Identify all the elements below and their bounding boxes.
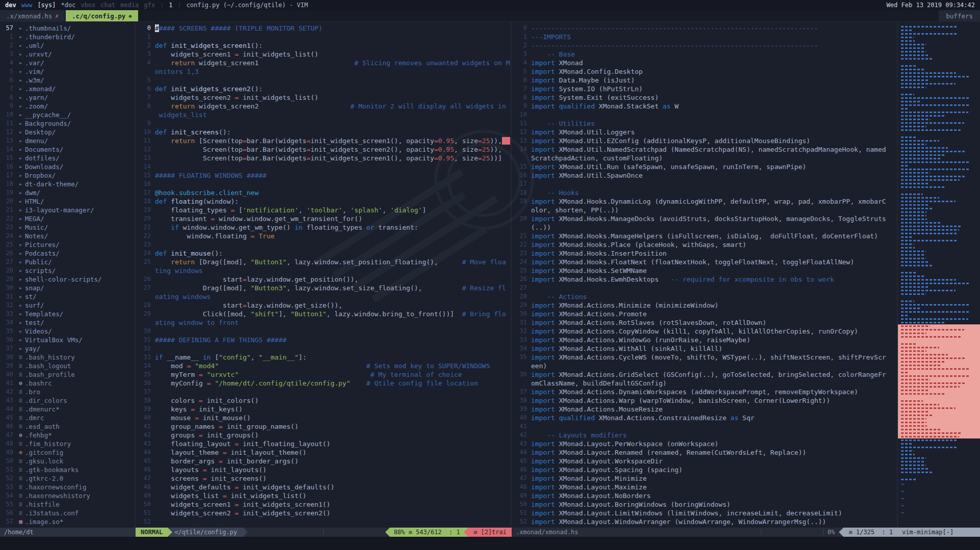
tree-item[interactable]: 18▸dt-dark-theme/ <box>0 180 135 188</box>
workspace-gfx[interactable]: gfx <box>144 2 155 9</box>
workspace-dev[interactable]: dev <box>5 2 16 9</box>
tree-item[interactable]: 46≣.esd_auth <box>0 422 135 431</box>
line-number: 9 <box>0 102 16 111</box>
tree-item[interactable]: 6▸.w3m/ <box>0 76 135 85</box>
buffer-tab--x-xmonad-hs[interactable]: .x/xmonad.hs✗ <box>0 10 65 21</box>
code-text: import System.Exit (exitSuccess) <box>531 93 897 102</box>
encoding-label: utf-8ϟ <box>324 528 385 537</box>
tree-item[interactable]: 20▸HTML/ <box>0 197 135 206</box>
tree-item[interactable]: 31▸st/ <box>0 292 135 301</box>
tree-item-label: .gtk-bookmarks <box>25 465 78 474</box>
minimap-row <box>898 242 980 246</box>
minimap-row <box>898 143 980 146</box>
tree-item[interactable]: 21▸i3-layout-manager/ <box>0 206 135 214</box>
tree-item[interactable]: 30▸snap/ <box>0 284 135 292</box>
workspace-www[interactable]: www <box>21 2 33 9</box>
tree-item[interactable]: 14▸Documents/ <box>0 145 135 154</box>
workspace-vbox[interactable]: vbox <box>81 2 95 9</box>
line-number: 9 <box>136 119 155 128</box>
tree-item[interactable]: 53≣.haxornewsconfig <box>0 483 135 491</box>
tree-item[interactable]: 52≣.gtkrc-2.0 <box>0 474 135 483</box>
tree-item[interactable]: 35▸Videos/ <box>0 327 135 336</box>
nerdtree-pane[interactable]: 57▸.thumbnails/1▸.thunderbird/2▸.uml/3▸.… <box>0 22 135 528</box>
tree-item-label: .thumbnails/ <box>25 24 71 33</box>
minimap-row <box>898 232 980 235</box>
minimap-viewport-row <box>898 353 980 356</box>
editor-config-py[interactable]: 0##### SCREENS ##### (TRIPLE MONITOR SET… <box>136 22 511 528</box>
tree-item[interactable]: 36▸VirtualBox VMs/ <box>0 336 135 344</box>
workspace-sys[interactable]: [sys] <box>37 2 56 9</box>
minimap-pane[interactable]: ~~~~~ <box>898 22 980 528</box>
tree-item[interactable]: 49⊕.gitconfig <box>0 448 135 457</box>
line-number: 45 <box>0 414 16 422</box>
tree-item[interactable]: 48≣.fim_history <box>0 439 135 448</box>
tree-item[interactable]: 41⊙.bashrc <box>0 379 135 388</box>
tree-item[interactable]: 43≣.dir_colors <box>0 396 135 405</box>
tree-item[interactable]: 26▸Podcasts/ <box>0 249 135 258</box>
tree-item[interactable]: 42≣.bro <box>0 388 135 396</box>
tree-item[interactable]: 37▸yay/ <box>0 344 135 353</box>
tree-item[interactable]: 56≣.i3status.conf <box>0 509 135 517</box>
tree-item[interactable]: 5▸.vim/ <box>0 67 135 76</box>
editor-xmonad-hs[interactable]: 0---------------------------------------… <box>512 22 897 528</box>
tree-item[interactable]: 13▸dmenu/ <box>0 136 135 145</box>
tree-item[interactable]: 10▸__pycache__/ <box>0 111 135 119</box>
tree-item[interactable]: 45≣.dmrc <box>0 414 135 422</box>
tree-item[interactable]: 54≣.haxornewshistory <box>0 491 135 500</box>
workspace-chat[interactable]: chat <box>100 2 115 9</box>
tree-item[interactable]: 23▸Music/ <box>0 223 135 232</box>
tree-item[interactable]: 57▦.image.so* <box>0 517 135 526</box>
tree-item[interactable]: 27▸Public/ <box>0 258 135 266</box>
tree-item[interactable]: 1▸.thunderbird/ <box>0 33 135 41</box>
minimap-row <box>898 146 980 150</box>
tree-item[interactable]: 44≣.dmenurc* <box>0 405 135 414</box>
line-number: 43 <box>512 439 531 448</box>
code-text: import XMonad.Hooks.EwmhDesktops -- requ… <box>531 275 897 284</box>
minimap-row <box>898 160 980 164</box>
tree-item[interactable]: 47⊙.fehbg* <box>0 431 135 439</box>
code-line: 41 group_names = init_group_names() <box>136 422 511 431</box>
tree-item[interactable]: 51≣.gtk-bookmarks <box>0 465 135 474</box>
tree-item[interactable]: 16▸Downloads/ <box>0 162 135 171</box>
tree-item[interactable]: 28▸scripts/ <box>0 266 135 275</box>
line-number <box>136 111 155 119</box>
workspace-doc[interactable]: *doc <box>61 2 76 9</box>
tree-item[interactable]: 38≣.bash_history <box>0 353 135 362</box>
line-number: 27 <box>512 284 531 292</box>
tree-item[interactable]: 29▸shell-color-scripts/ <box>0 275 135 284</box>
minimap-row <box>898 75 980 78</box>
code-line: olor, shorten, PP(..)) <box>512 206 897 214</box>
minimap-row <box>898 285 980 289</box>
tree-item[interactable]: 50≣.gksu.lock <box>0 457 135 465</box>
tree-item[interactable]: 19▸dwm/ <box>0 188 135 197</box>
tree-item[interactable]: 7▸.xmonad/ <box>0 85 135 93</box>
tree-item[interactable]: 33▸Templates/ <box>0 310 135 318</box>
tree-item[interactable]: 40≣.bash_profile <box>0 370 135 379</box>
buffer-tab--c-q-config-py[interactable]: .c/q/config.py◆ <box>66 10 138 21</box>
command-line[interactable] <box>0 537 980 550</box>
code-text: import System.IO (hPutStrLn) <box>531 85 897 93</box>
tree-item[interactable]: 24▸Notes/ <box>0 232 135 240</box>
tree-item[interactable]: 11▸Backgrounds/ <box>0 119 135 128</box>
tree-item[interactable]: 3▸.urxvt/ <box>0 50 135 59</box>
tree-item[interactable]: 15▸dotfiles/ <box>0 154 135 162</box>
tree-item[interactable]: 32▸surf/ <box>0 301 135 310</box>
tree-item[interactable]: 25▸Pictures/ <box>0 240 135 249</box>
buffer-tabs: .x/xmonad.hs✗.c/q/config.py◆ <box>0 10 139 21</box>
tree-item[interactable]: 8▸.yarn/ <box>0 93 135 102</box>
tree-item[interactable]: 57▸.thumbnails/ <box>0 24 135 33</box>
tree-item[interactable]: 39≣.bash_logout <box>0 362 135 370</box>
tree-item[interactable]: 12▸Desktop/ <box>0 128 135 136</box>
tree-item[interactable]: 17▸Dropbox/ <box>0 171 135 180</box>
line-number: 38 <box>0 353 16 362</box>
code-text: floating_types = ['notification', 'toolb… <box>155 206 511 214</box>
workspace-media[interactable]: media <box>120 2 139 9</box>
tree-item[interactable]: 2▸.uml/ <box>0 41 135 50</box>
tree-item[interactable]: 34▸test/ <box>0 318 135 327</box>
tree-item[interactable]: 55≣.histfile <box>0 500 135 509</box>
folder-closed-icon: ▸ <box>16 41 25 50</box>
tree-item[interactable]: 4▸.var/ <box>0 59 135 67</box>
tree-item[interactable]: 22▸MEGA/ <box>0 214 135 223</box>
tree-item[interactable]: 9▸.zoom/ <box>0 102 135 111</box>
code-text: import XMonad.Layout.NoBorders <box>531 491 897 500</box>
